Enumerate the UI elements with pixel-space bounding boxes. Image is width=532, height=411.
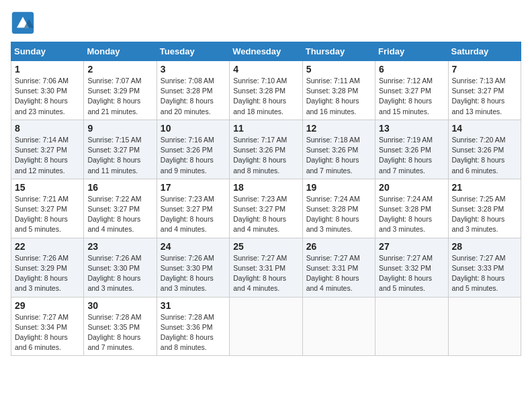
day-info: Sunrise: 7:27 AMSunset: 3:32 PMDaylight:…	[379, 253, 444, 294]
calendar-cell: 2Sunrise: 7:07 AMSunset: 3:29 PMDaylight…	[84, 61, 157, 120]
day-info: Sunrise: 7:12 AMSunset: 3:27 PMDaylight:…	[379, 76, 444, 117]
day-info: Sunrise: 7:18 AMSunset: 3:26 PMDaylight:…	[306, 135, 371, 176]
calendar-cell: 7Sunrise: 7:13 AMSunset: 3:27 PMDaylight…	[448, 61, 521, 120]
calendar-cell: 31Sunrise: 7:28 AMSunset: 3:36 PMDayligh…	[157, 297, 229, 356]
calendar-cell: 28Sunrise: 7:27 AMSunset: 3:33 PMDayligh…	[448, 238, 521, 297]
calendar-cell: 25Sunrise: 7:27 AMSunset: 3:31 PMDayligh…	[230, 238, 302, 297]
calendar-cell	[302, 297, 375, 356]
day-number: 6	[379, 64, 444, 75]
day-number: 1	[15, 64, 80, 75]
weekday-saturday: Saturday	[448, 42, 521, 61]
day-number: 15	[15, 182, 80, 193]
calendar-cell: 12Sunrise: 7:18 AMSunset: 3:26 PMDayligh…	[302, 120, 375, 179]
day-info: Sunrise: 7:24 AMSunset: 3:28 PMDaylight:…	[306, 194, 371, 235]
day-number: 25	[233, 241, 298, 252]
calendar-cell: 20Sunrise: 7:24 AMSunset: 3:28 PMDayligh…	[375, 179, 448, 238]
day-info: Sunrise: 7:14 AMSunset: 3:27 PMDaylight:…	[15, 135, 80, 176]
day-number: 26	[306, 241, 371, 252]
day-number: 22	[15, 241, 80, 252]
day-info: Sunrise: 7:20 AMSunset: 3:26 PMDaylight:…	[452, 135, 517, 176]
day-info: Sunrise: 7:25 AMSunset: 3:28 PMDaylight:…	[452, 194, 517, 235]
calendar-cell	[230, 297, 302, 356]
day-info: Sunrise: 7:16 AMSunset: 3:26 PMDaylight:…	[161, 135, 226, 176]
calendar-week-2: 8Sunrise: 7:14 AMSunset: 3:27 PMDaylight…	[11, 120, 521, 179]
day-number: 14	[452, 123, 517, 134]
calendar-cell: 24Sunrise: 7:26 AMSunset: 3:30 PMDayligh…	[157, 238, 229, 297]
weekday-friday: Friday	[375, 42, 448, 61]
day-number: 12	[306, 123, 371, 134]
day-number: 31	[161, 300, 226, 311]
day-number: 30	[87, 300, 152, 311]
calendar-week-5: 29Sunrise: 7:27 AMSunset: 3:34 PMDayligh…	[11, 297, 521, 356]
day-info: Sunrise: 7:26 AMSunset: 3:29 PMDaylight:…	[15, 253, 80, 294]
weekday-tuesday: Tuesday	[157, 42, 229, 61]
calendar-cell: 3Sunrise: 7:08 AMSunset: 3:28 PMDaylight…	[157, 61, 229, 120]
calendar-cell: 8Sunrise: 7:14 AMSunset: 3:27 PMDaylight…	[11, 120, 84, 179]
day-info: Sunrise: 7:24 AMSunset: 3:28 PMDaylight:…	[379, 194, 444, 235]
calendar-cell: 26Sunrise: 7:27 AMSunset: 3:31 PMDayligh…	[302, 238, 375, 297]
day-info: Sunrise: 7:17 AMSunset: 3:26 PMDaylight:…	[233, 135, 298, 176]
calendar-cell: 5Sunrise: 7:11 AMSunset: 3:28 PMDaylight…	[302, 61, 375, 120]
day-number: 18	[233, 182, 298, 193]
day-number: 3	[161, 64, 226, 75]
day-number: 11	[233, 123, 298, 134]
calendar-cell: 1Sunrise: 7:06 AMSunset: 3:30 PMDaylight…	[11, 61, 84, 120]
day-number: 27	[379, 241, 444, 252]
day-number: 28	[452, 241, 517, 252]
day-number: 20	[379, 182, 444, 193]
day-number: 23	[87, 241, 152, 252]
weekday-header-row: SundayMondayTuesdayWednesdayThursdayFrid…	[11, 42, 521, 61]
day-number: 9	[87, 123, 152, 134]
day-info: Sunrise: 7:26 AMSunset: 3:30 PMDaylight:…	[161, 253, 226, 294]
weekday-monday: Monday	[84, 42, 157, 61]
day-info: Sunrise: 7:27 AMSunset: 3:34 PMDaylight:…	[15, 312, 80, 353]
calendar-week-1: 1Sunrise: 7:06 AMSunset: 3:30 PMDaylight…	[11, 61, 521, 120]
weekday-wednesday: Wednesday	[230, 42, 302, 61]
day-info: Sunrise: 7:23 AMSunset: 3:27 PMDaylight:…	[161, 194, 226, 235]
day-number: 19	[306, 182, 371, 193]
logo	[11, 11, 39, 35]
day-info: Sunrise: 7:22 AMSunset: 3:27 PMDaylight:…	[87, 194, 152, 235]
day-info: Sunrise: 7:26 AMSunset: 3:30 PMDaylight:…	[87, 253, 152, 294]
day-number: 21	[452, 182, 517, 193]
day-number: 17	[161, 182, 226, 193]
calendar-week-4: 22Sunrise: 7:26 AMSunset: 3:29 PMDayligh…	[11, 238, 521, 297]
calendar-cell: 29Sunrise: 7:27 AMSunset: 3:34 PMDayligh…	[11, 297, 84, 356]
calendar-cell: 4Sunrise: 7:10 AMSunset: 3:28 PMDaylight…	[230, 61, 302, 120]
calendar-cell: 13Sunrise: 7:19 AMSunset: 3:26 PMDayligh…	[375, 120, 448, 179]
day-number: 8	[15, 123, 80, 134]
day-info: Sunrise: 7:13 AMSunset: 3:27 PMDaylight:…	[452, 76, 517, 117]
calendar-cell: 15Sunrise: 7:21 AMSunset: 3:27 PMDayligh…	[11, 179, 84, 238]
day-info: Sunrise: 7:23 AMSunset: 3:27 PMDaylight:…	[233, 194, 298, 235]
calendar-cell: 21Sunrise: 7:25 AMSunset: 3:28 PMDayligh…	[448, 179, 521, 238]
day-number: 2	[87, 64, 152, 75]
day-info: Sunrise: 7:28 AMSunset: 3:36 PMDaylight:…	[161, 312, 226, 353]
calendar-cell: 22Sunrise: 7:26 AMSunset: 3:29 PMDayligh…	[11, 238, 84, 297]
day-number: 13	[379, 123, 444, 134]
day-info: Sunrise: 7:08 AMSunset: 3:28 PMDaylight:…	[161, 76, 226, 117]
day-number: 10	[161, 123, 226, 134]
calendar-cell: 18Sunrise: 7:23 AMSunset: 3:27 PMDayligh…	[230, 179, 302, 238]
calendar-cell: 19Sunrise: 7:24 AMSunset: 3:28 PMDayligh…	[302, 179, 375, 238]
calendar-week-3: 15Sunrise: 7:21 AMSunset: 3:27 PMDayligh…	[11, 179, 521, 238]
weekday-thursday: Thursday	[302, 42, 375, 61]
day-info: Sunrise: 7:27 AMSunset: 3:33 PMDaylight:…	[452, 253, 517, 294]
weekday-sunday: Sunday	[11, 42, 84, 61]
day-info: Sunrise: 7:11 AMSunset: 3:28 PMDaylight:…	[306, 76, 371, 117]
calendar-table: SundayMondayTuesdayWednesdayThursdayFrid…	[11, 42, 521, 356]
day-number: 24	[161, 241, 226, 252]
calendar-cell: 14Sunrise: 7:20 AMSunset: 3:26 PMDayligh…	[448, 120, 521, 179]
day-info: Sunrise: 7:06 AMSunset: 3:30 PMDaylight:…	[15, 76, 80, 117]
day-number: 4	[233, 64, 298, 75]
calendar-cell: 10Sunrise: 7:16 AMSunset: 3:26 PMDayligh…	[157, 120, 229, 179]
calendar-body: 1Sunrise: 7:06 AMSunset: 3:30 PMDaylight…	[11, 61, 521, 356]
logo-icon	[11, 11, 35, 35]
day-info: Sunrise: 7:27 AMSunset: 3:31 PMDaylight:…	[233, 253, 298, 294]
calendar-cell	[375, 297, 448, 356]
calendar-cell: 9Sunrise: 7:15 AMSunset: 3:27 PMDaylight…	[84, 120, 157, 179]
day-number: 5	[306, 64, 371, 75]
day-info: Sunrise: 7:28 AMSunset: 3:35 PMDaylight:…	[87, 312, 152, 353]
page-header	[11, 11, 521, 35]
calendar-cell: 30Sunrise: 7:28 AMSunset: 3:35 PMDayligh…	[84, 297, 157, 356]
day-info: Sunrise: 7:19 AMSunset: 3:26 PMDaylight:…	[379, 135, 444, 176]
